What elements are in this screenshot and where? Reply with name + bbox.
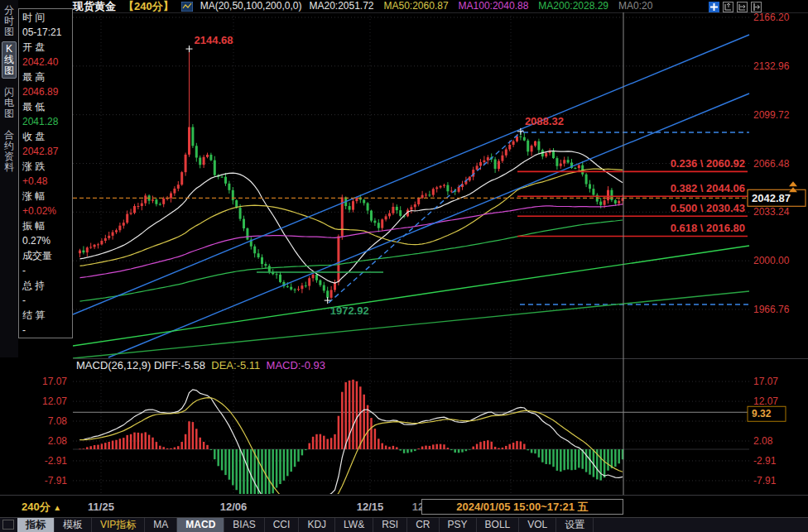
blue-channel-lower [108, 93, 749, 357]
quote-info-panel: 时 间05-17:21开 盘2042.40最 高2046.89最 低2041.2… [18, 8, 73, 338]
sidebar-tab-2[interactable]: K线图 [2, 41, 17, 79]
info-label: 成交量 [22, 248, 69, 263]
toolbar-item-VOL[interactable]: VOL [519, 518, 556, 532]
svg-text:-7.91: -7.91 [753, 475, 777, 486]
info-label: 总 持 [22, 278, 69, 293]
toolbar-item-RSI[interactable]: RSI [373, 518, 407, 532]
crosshair-icon[interactable] [709, 1, 719, 12]
time-axis-row: 240分 ▲ 11/2512/0612/1512 2024/01/05 15:0… [0, 495, 808, 517]
macd-left-axis-label: 2.08 [48, 435, 67, 447]
shift-right-icon[interactable] [751, 1, 762, 12]
toolbar-item-CR[interactable]: CR [407, 518, 439, 532]
info-value: 05-17:21 [22, 25, 69, 40]
toolbar-item-LW&[interactable]: LW& [335, 518, 373, 532]
fib-label-0.382: 0.382 \ 2044.06 [671, 182, 745, 194]
ma-line-MA100 [80, 204, 623, 278]
toolbar-item-指标[interactable]: 指标 [17, 518, 55, 532]
chart-toolbar-icons [709, 1, 762, 12]
macd-left-axis-label: 7.08 [48, 415, 67, 427]
period-tag[interactable]: 【240分】 [123, 0, 174, 12]
fib-label-0.618: 0.618 \ 2016.80 [671, 222, 745, 234]
svg-text:-2.91: -2.91 [753, 455, 777, 467]
macd-left-axis-label: 12.07 [42, 395, 67, 407]
cursor-datetime-box: 2024/01/05 15:00~17:21 五 [421, 499, 623, 515]
info-value: - [22, 323, 69, 338]
toolbar-item-PSY[interactable]: PSY [440, 518, 477, 532]
svg-text:1966.76: 1966.76 [753, 304, 790, 315]
moving-average-lines [80, 151, 623, 301]
fib-label-0.500: 0.500 \ 2030.43 [671, 202, 745, 214]
ma-legend-item: MA200:2028.29 [538, 0, 608, 12]
toolbar-corner-icon[interactable] [2, 520, 14, 530]
info-label: 时 间 [22, 10, 69, 25]
trading-terminal: 0.236 \ 2060.920.382 \ 2044.060.500 \ 20… [0, 0, 808, 532]
macd-diff-line [80, 390, 623, 495]
toolbar-item-MACD[interactable]: MACD [177, 518, 224, 532]
macd-diff-value: DIFF:-5.58 [154, 359, 205, 371]
info-value: 2041.28 [22, 114, 69, 129]
toolbar-item-CCI[interactable]: CCI [265, 518, 300, 532]
fib-label-0.236: 0.236 \ 2060.92 [671, 157, 745, 170]
macd-histogram [79, 380, 623, 495]
indicator-toolbar: 指标模板VIP指标MAMACDBIASCCIKDJLW&RSICRPSYBOLL… [0, 517, 808, 532]
chart-type-tabstrip: 分时图K线图闪电图合约资料 [0, 0, 18, 357]
annotation-2144.68: 2144.68 [195, 34, 233, 46]
svg-text:2166.20: 2166.20 [753, 12, 790, 23]
period-selector[interactable]: 240分 ▲ [22, 500, 61, 515]
toolbar-item-模板[interactable]: 模板 [55, 518, 92, 532]
svg-text:2132.96: 2132.96 [753, 60, 790, 72]
date-tick: 12/15 [357, 501, 384, 513]
macd-params-label: MACD(26,12,9) [76, 359, 151, 371]
ma-line-MA50 [80, 169, 623, 266]
info-label: 结 算 [22, 308, 69, 323]
ma-legend-item: MA50:2060.87 [384, 0, 449, 12]
toolbar-item-BIAS[interactable]: BIAS [224, 518, 264, 532]
scale-horizontal-icon[interactable] [737, 1, 748, 12]
kline-macd-chart[interactable]: 0.236 \ 2060.920.382 \ 2044.060.500 \ 20… [73, 12, 808, 495]
svg-text:9.32: 9.32 [752, 408, 772, 419]
info-label: 开 盘 [22, 40, 69, 55]
scale-vertical-icon[interactable] [723, 1, 733, 12]
toolbar-item-VIP指标[interactable]: VIP指标 [92, 518, 145, 532]
ma-legend-item: MA100:2040.88 [459, 0, 529, 12]
svg-text:17.07: 17.07 [753, 376, 778, 387]
toolbar-item-BOLL[interactable]: BOLL [477, 518, 520, 532]
toolbar-item-KDJ[interactable]: KDJ [299, 518, 335, 532]
info-value: - [22, 293, 69, 308]
info-value: 0.27% [22, 233, 69, 248]
macd-legend: MACD(26,12,9) DIFF:-5.58 DEA:-5.11 MACD:… [76, 359, 325, 371]
kline-icon[interactable] [181, 2, 193, 12]
svg-text:12.07: 12.07 [753, 395, 778, 407]
info-label: 涨 跌 [22, 159, 69, 174]
info-value: 2046.89 [22, 84, 69, 99]
svg-text:2000.00: 2000.00 [753, 255, 790, 266]
green-support-lower [73, 291, 749, 358]
ma-params: MA(20,50,100,200,0,0) [200, 0, 302, 12]
info-label: 最 低 [22, 99, 69, 114]
sidebar-tab-3[interactable]: 闪电图 [2, 85, 16, 121]
date-tick: 11/25 [88, 501, 114, 513]
svg-text:2.08: 2.08 [753, 435, 773, 447]
fibonacci-retracement[interactable]: 0.236 \ 2060.920.382 \ 2044.060.500 \ 20… [517, 157, 748, 236]
toolbar-item-MA[interactable]: MA [145, 518, 177, 532]
date-tick: 12/06 [220, 501, 248, 513]
info-label: 涨 幅 [22, 189, 69, 204]
macd-left-axis-label: 17.07 [42, 376, 67, 387]
ma-legend: MA20:2051.72MA50:2060.87MA100:2040.88MA2… [309, 0, 652, 12]
blue-dashed-low-to-high [329, 130, 523, 303]
macd-panel [73, 380, 749, 495]
svg-text:2042.87: 2042.87 [752, 192, 791, 204]
sidebar-tab-1[interactable]: 分时图 [2, 3, 16, 39]
sidebar-tab-4[interactable]: 合约资料 [2, 128, 16, 175]
symbol-name: 现货黄金 [73, 0, 116, 12]
ma-legend-item: MA0:20 [618, 0, 652, 12]
price-axis: 2166.202132.962099.722066.482033.242000.… [748, 12, 806, 315]
info-label: 收 盘 [22, 129, 69, 144]
macd-left-axis-label: -7.91 [45, 475, 67, 486]
info-value: 2042.87 [22, 144, 69, 159]
toolbar-item-设置[interactable]: 设置 [556, 518, 594, 532]
blue-channel-upper [73, 35, 749, 314]
info-value: +0.48 [22, 174, 69, 189]
macd-left-axis-label: -2.91 [45, 455, 67, 467]
chart-header: 现货黄金 【240分】 MA(20,50,100,200,0,0) MA20:2… [73, 0, 709, 12]
